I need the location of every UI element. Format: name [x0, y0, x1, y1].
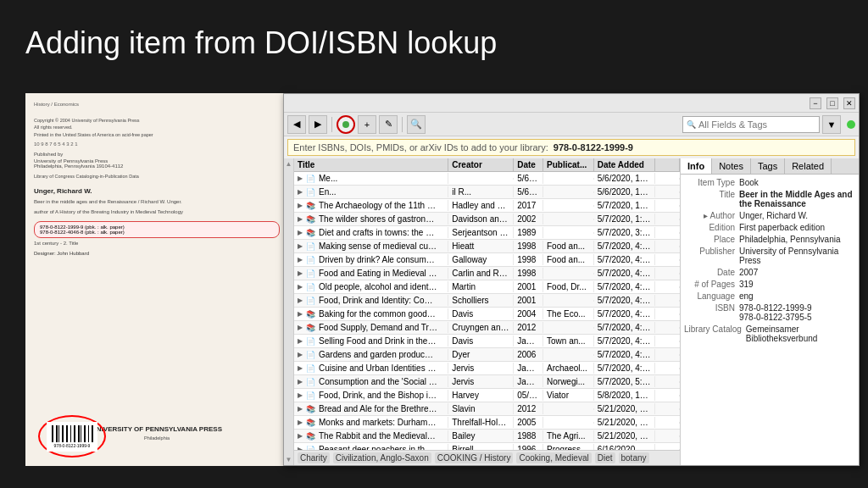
item-title-cell[interactable]: ▶ 📚 The Archaeology of the 11th Centur..…: [294, 200, 448, 211]
tag-item[interactable]: COOKING / History: [435, 452, 514, 463]
item-date: 2001: [514, 281, 543, 292]
add-button[interactable]: +: [358, 115, 376, 134]
maximize-button[interactable]: □: [826, 97, 838, 109]
item-title: Consumption and the 'Social Self' i...: [319, 377, 437, 386]
item-list-body[interactable]: ▶ 📄 Me... 5/6/2020 5/6/2020, 11:... ▶ 📄 …: [294, 172, 680, 450]
info-tab-related[interactable]: Related: [785, 158, 832, 174]
col-header-title[interactable]: Title: [294, 158, 448, 171]
item-actions: [655, 273, 680, 274]
search-input[interactable]: [698, 119, 815, 130]
tag-item[interactable]: Charity: [298, 452, 330, 463]
info-tab-info[interactable]: Info: [681, 158, 712, 174]
table-row[interactable]: ▶ 📄 Food, Drink and Identity: Cooking, E…: [294, 294, 680, 308]
table-row[interactable]: ▶ 📄 Me... 5/6/2020 5/6/2020, 11:...: [294, 172, 680, 186]
col-header-dateadded[interactable]: Date Added: [594, 158, 655, 171]
table-row[interactable]: ▶ 📚 Bread and Ale for the Brethren: Ca..…: [294, 402, 680, 416]
info-field-label: Publisher: [684, 247, 739, 256]
item-title: Bread and Ale for the Brethren: Ca...: [319, 404, 437, 413]
item-title-cell[interactable]: ▶ 📄 Peasant deer poachers in the medie..…: [294, 444, 448, 450]
col-header-actions: [655, 158, 680, 171]
close-button[interactable]: ✕: [843, 97, 855, 109]
item-title-cell[interactable]: ▶ 📄 Selling Food and Drink in the After.…: [294, 336, 448, 347]
info-field-label: ▸ Author: [684, 211, 739, 220]
table-row[interactable]: ▶ 📚 The Rabbit and the Medieval East A..…: [294, 430, 680, 443]
item-publication: Progress...: [543, 444, 594, 450]
isbn-input-value[interactable]: 978-0-8122-1999-9: [554, 142, 633, 152]
book-author-is: author of A History of the Brewing Indus…: [34, 208, 280, 215]
info-field-label: # of Pages: [684, 280, 739, 289]
minimize-button[interactable]: −: [810, 97, 821, 109]
item-dateadded: 5/21/2020, 4:...: [594, 403, 655, 414]
table-row[interactable]: ▶ 📄 Food, Drink, and the Bishop in Medi.…: [294, 389, 680, 402]
col-header-publication[interactable]: Publicat...: [543, 158, 594, 171]
table-row[interactable]: ▶ 📄 Driven by drink? Ale consumption a..…: [294, 253, 680, 267]
item-title-cell[interactable]: ▶ 📄 En...: [294, 186, 448, 197]
item-type-icon: 📚: [306, 310, 315, 319]
item-title-cell[interactable]: ▶ 📄 Gardens and garden produce in the...: [294, 349, 448, 360]
info-tab-notes[interactable]: Notes: [712, 158, 751, 174]
item-title-cell[interactable]: ▶ 📚 Bread and Ale for the Brethren: Ca..…: [294, 403, 448, 414]
table-row[interactable]: ▶ 📄 Old people, alcohol and identity in …: [294, 280, 680, 294]
tag-item[interactable]: Civilization, Anglo-Saxon: [333, 452, 431, 463]
edit-button[interactable]: ✎: [379, 115, 398, 134]
info-field-value: eng: [739, 291, 855, 301]
item-title-cell[interactable]: ▶ 📄 Food, Drink and Identity: Cooking, E…: [294, 295, 448, 306]
item-title-cell[interactable]: ▶ 📚 The wilder shores of gastronomy: t..…: [294, 214, 448, 225]
left-scrollbar[interactable]: ▲ ▼: [284, 158, 294, 465]
item-title-cell[interactable]: ▶ 📚 Monks and markets: Durham Cathe...: [294, 417, 448, 428]
info-field-label: Language: [684, 291, 739, 301]
book-title-text: Beer in the middle ages and the Renaissa…: [34, 198, 280, 205]
tree-arrow: ▶: [298, 378, 303, 385]
item-dateadded: 5/7/2020, 4:2...: [594, 308, 655, 319]
table-row[interactable]: ▶ 📄 Gardens and garden produce in the...…: [294, 348, 680, 362]
info-field-value: 2007: [739, 268, 855, 277]
back-button[interactable]: ◀: [287, 115, 306, 134]
item-title-cell[interactable]: ▶ 📄 Making sense of medieval culinary r.…: [294, 241, 448, 252]
table-row[interactable]: ▶ 📄 Peasant deer poachers in the medie..…: [294, 443, 680, 450]
tag-item[interactable]: botany: [619, 452, 649, 463]
col-header-date[interactable]: Date: [514, 158, 543, 171]
table-row[interactable]: ▶ 📚 The Archaeology of the 11th Centur..…: [294, 199, 680, 213]
item-title-cell[interactable]: ▶ 📄 Cuisine and Urban Identities in Med.…: [294, 363, 448, 374]
table-row[interactable]: ▶ 📚 Monks and markets: Durham Cathe... T…: [294, 416, 680, 430]
info-field-row: Date 2007: [684, 268, 855, 277]
table-row[interactable]: ▶ 📚 The wilder shores of gastronomy: t..…: [294, 213, 680, 226]
search-toggle-button[interactable]: 🔍: [407, 115, 426, 134]
table-row[interactable]: ▶ 📄 Selling Food and Drink in the After.…: [294, 335, 680, 348]
table-row[interactable]: ▶ 📚 Food Supply, Demand and Trade: A... …: [294, 321, 680, 335]
table-row[interactable]: ▶ 📄 Consumption and the 'Social Self' i.…: [294, 375, 680, 389]
table-row[interactable]: ▶ 📄 En... il R... 5/6/2020 5/6/2020, 11:…: [294, 186, 680, 199]
item-title-cell[interactable]: ▶ 📄 Me...: [294, 173, 448, 184]
options-button[interactable]: ▼: [822, 115, 841, 134]
table-row[interactable]: ▶ 📚 Baking for the common good: a rea...…: [294, 308, 680, 321]
table-row[interactable]: ▶ 📄 Food and Eating in Medieval Europe C…: [294, 267, 680, 280]
item-type-icon: 📄: [306, 188, 315, 197]
table-row[interactable]: ▶ 📚 Diet and crafts in towns: the eviden…: [294, 226, 680, 240]
tag-item[interactable]: Cooking, Medieval: [516, 452, 591, 463]
item-title-cell[interactable]: ▶ 📄 Driven by drink? Ale consumption a..…: [294, 254, 448, 265]
forward-button[interactable]: ▶: [309, 115, 327, 134]
table-row[interactable]: ▶ 📄 Making sense of medieval culinary r.…: [294, 240, 680, 253]
item-title-cell[interactable]: ▶ 📚 Food Supply, Demand and Trade: A...: [294, 322, 448, 333]
tag-item[interactable]: Diet: [595, 452, 615, 463]
lookup-circle-indicator[interactable]: [337, 115, 355, 134]
item-title-cell[interactable]: ▶ 📄 Consumption and the 'Social Self' i.…: [294, 376, 448, 387]
scroll-down-arrow[interactable]: ▼: [286, 456, 292, 463]
item-title-cell[interactable]: ▶ 📚 The Rabbit and the Medieval East A..…: [294, 430, 448, 441]
item-title-cell[interactable]: ▶ 📄 Old people, alcohol and identity in …: [294, 281, 448, 292]
table-row[interactable]: ▶ 📄 Cuisine and Urban Identities in Med.…: [294, 362, 680, 375]
info-field-value[interactable]: Unger, Richard W.: [739, 211, 855, 220]
info-field-value: Gemeinsamer Bibliotheksverbund: [746, 324, 855, 343]
item-title-cell[interactable]: ▶ 📄 Food and Eating in Medieval Europe: [294, 268, 448, 279]
item-title-cell[interactable]: ▶ 📄 Food, Drink, and the Bishop in Medi.…: [294, 390, 448, 401]
item-title-cell[interactable]: ▶ 📚 Baking for the common good: a rea...: [294, 308, 448, 319]
tree-arrow: ▶: [298, 229, 303, 236]
scroll-up-arrow[interactable]: ▲: [286, 160, 292, 168]
info-tab-tags[interactable]: Tags: [751, 158, 785, 174]
item-actions: [655, 191, 680, 193]
col-header-creator[interactable]: Creator: [448, 158, 514, 171]
item-creator: Davis: [448, 308, 514, 319]
item-creator: Cruyngen and...: [448, 322, 514, 333]
info-field-label: Item Type: [684, 178, 739, 187]
item-title-cell[interactable]: ▶ 📚 Diet and crafts in towns: the eviden…: [294, 227, 448, 238]
